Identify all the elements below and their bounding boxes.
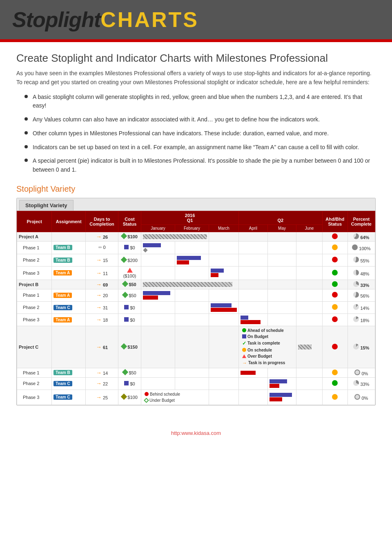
table-row: Project B → 69 $50 33% bbox=[17, 280, 375, 289]
gantt-table: Project Assignment Days toCompletion Cos… bbox=[17, 211, 375, 405]
cell-gantt-may bbox=[267, 368, 296, 377]
cell-gantt-feb bbox=[175, 377, 209, 390]
cell-days: → 22 bbox=[86, 377, 118, 390]
cell-assignment: Team B bbox=[52, 254, 86, 266]
cell-gantt-mar bbox=[209, 301, 238, 314]
cell-days: → 69 bbox=[86, 280, 118, 289]
cell-pct-complete: 55% bbox=[347, 254, 375, 266]
footer-url[interactable]: http:www.kidasa.com bbox=[171, 430, 221, 436]
table-row: Phase 2 Team C → 22 $0 33% bbox=[17, 377, 375, 390]
cell-assignment: Team A bbox=[52, 266, 86, 280]
header-charts-text: CHARTS bbox=[100, 7, 199, 32]
table-wrapper: Stoplight Variety Project Assignment Day… bbox=[16, 198, 376, 405]
legend-area: Ahead of schedule On Budget ✓ Task is co… bbox=[241, 327, 294, 347]
cell-cost-status: ($100) bbox=[118, 266, 141, 280]
gantt-header-row-top: Project Assignment Days toCompletion Cos… bbox=[17, 211, 375, 224]
page-footer: http:www.kidasa.com bbox=[0, 426, 392, 440]
cell-assignment bbox=[52, 326, 86, 368]
table-row: Phase 1 Team A → 20 $50 56% bbox=[17, 289, 375, 301]
cell-project: Phase 2 bbox=[17, 377, 52, 390]
cell-gantt-mar bbox=[209, 326, 238, 368]
cell-assignment bbox=[52, 280, 86, 289]
cell-gantt-projb bbox=[141, 280, 239, 289]
cell-project: Project B bbox=[17, 280, 52, 289]
cell-ahd-status bbox=[322, 368, 347, 377]
cell-gantt-jan bbox=[141, 314, 175, 326]
cell-ahd-status bbox=[322, 241, 347, 254]
cell-gantt-may bbox=[267, 390, 296, 405]
col-header-days: Days toCompletion bbox=[86, 211, 118, 232]
cell-ahd-status bbox=[322, 254, 347, 266]
cell-ahd-status bbox=[322, 232, 347, 241]
list-item: A special percent (pie) indicator is bui… bbox=[24, 157, 376, 174]
cell-gantt-jun bbox=[296, 241, 322, 254]
cell-gantt-mar bbox=[209, 232, 238, 241]
legend-icon-blue-square bbox=[242, 334, 246, 338]
cell-cost-status: $50 bbox=[118, 280, 141, 289]
cell-gantt-apr bbox=[239, 390, 268, 405]
red-accent-bar bbox=[0, 39, 392, 42]
intro-paragraph-1: As you have seen in the examples Milesto… bbox=[16, 69, 376, 87]
cell-gantt-apr bbox=[239, 289, 268, 301]
section-title: Stoplight Variety bbox=[16, 184, 376, 194]
cell-gantt-apr-legend: Ahead of schedule On Budget ✓ Task is co… bbox=[239, 326, 296, 368]
cell-project: Phase 1 bbox=[17, 289, 52, 301]
cell-gantt-apr bbox=[239, 232, 268, 241]
legend-icon-check: ✓ bbox=[242, 340, 246, 346]
cell-ahd-status bbox=[322, 289, 347, 301]
cell-cost-status: $150 bbox=[118, 326, 141, 368]
cell-cost-status: $50 bbox=[118, 289, 141, 301]
legend-text: Ahead of schedule bbox=[247, 328, 284, 333]
legend-text: Over Budget bbox=[247, 354, 272, 358]
bullet-dot bbox=[24, 95, 28, 98]
table-row: Phase 2 Team C → 31 $0 14% bbox=[17, 301, 375, 314]
legend-text: Behind schedule bbox=[150, 392, 180, 396]
col-header-pct: PercentComplete bbox=[347, 211, 375, 232]
legend-item: Over Budget bbox=[242, 354, 272, 358]
bullet-dot bbox=[24, 145, 28, 148]
legend-item: Under Budget bbox=[145, 398, 175, 403]
cell-gantt-jun bbox=[296, 368, 322, 377]
legend-area-3: Behind schedule Under Budget bbox=[143, 391, 207, 403]
legend-item: → Task is in progress bbox=[242, 360, 285, 366]
cell-gantt-mar bbox=[209, 390, 238, 405]
tab-bar[interactable]: Stoplight Variety bbox=[17, 198, 375, 211]
cell-days: → 20 bbox=[86, 289, 118, 301]
col-header-apr: April bbox=[239, 224, 268, 232]
cell-gantt-jun bbox=[296, 254, 322, 266]
cell-gantt-apr bbox=[239, 301, 268, 314]
legend-item: Behind schedule bbox=[145, 392, 180, 396]
cell-gantt-jan bbox=[141, 266, 175, 280]
cell-gantt-apr bbox=[239, 368, 268, 377]
legend-icon-diamond-outline bbox=[144, 398, 149, 403]
cell-gantt-jun bbox=[296, 377, 322, 390]
list-item: Indicators can be set up based on text i… bbox=[24, 143, 376, 152]
legend-item: ✓ Task is complete bbox=[242, 340, 280, 346]
cell-gantt-mar bbox=[209, 314, 238, 326]
cell-gantt-feb bbox=[175, 301, 209, 314]
cell-days: → 18 bbox=[86, 314, 118, 326]
cell-days: → 15 bbox=[86, 254, 118, 266]
legend-icon-arrow: → bbox=[242, 360, 247, 366]
cell-pct-complete: 100% bbox=[347, 241, 375, 254]
cell-project: Project A bbox=[17, 232, 52, 241]
list-item: Any Values column can also have an indic… bbox=[24, 115, 376, 124]
cell-gantt-jan bbox=[141, 326, 175, 368]
cell-gantt-jun bbox=[296, 266, 322, 280]
cell-gantt-jun bbox=[296, 326, 322, 368]
cell-pct-complete: 14% bbox=[347, 301, 375, 314]
cell-gantt-jun bbox=[296, 289, 322, 301]
col-header-project: Project bbox=[17, 211, 52, 232]
cell-days: → 14 bbox=[86, 368, 118, 377]
cell-gantt-feb bbox=[175, 314, 209, 326]
tab-stoplight-variety[interactable]: Stoplight Variety bbox=[19, 200, 74, 211]
cell-ahd-status bbox=[322, 301, 347, 314]
table-row: Phase 1 Team B ✏ 0 $0 100% bbox=[17, 241, 375, 254]
cell-project: Phase 3 bbox=[17, 314, 52, 326]
cell-gantt-mar bbox=[209, 377, 238, 390]
col-header-assignment: Assignment bbox=[52, 211, 86, 232]
cell-gantt-apr bbox=[239, 254, 268, 266]
cell-project: Phase 2 bbox=[17, 301, 52, 314]
legend-text: Under Budget bbox=[149, 398, 175, 403]
legend-item: On Budget bbox=[242, 334, 268, 339]
